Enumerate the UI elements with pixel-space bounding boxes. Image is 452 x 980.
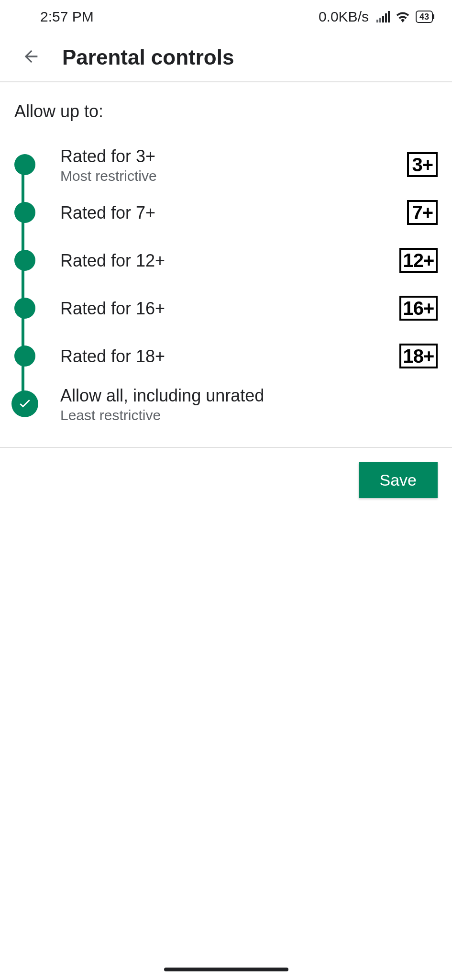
- rating-title: Rated for 3+: [60, 145, 390, 167]
- status-bar: 2:57 PM 0.0KB/s 43: [0, 0, 452, 33]
- rating-option-12plus[interactable]: Rated for 12+ 12+: [14, 236, 438, 284]
- home-indicator[interactable]: [164, 968, 288, 971]
- page-title: Parental controls: [62, 45, 234, 69]
- svg-rect-4: [388, 11, 390, 22]
- rating-badge-icon: 3+: [407, 152, 438, 177]
- section-heading: Allow up to:: [0, 82, 452, 136]
- rating-node-icon: [14, 154, 35, 175]
- rating-option-allow-all[interactable]: Allow all, including unrated Least restr…: [14, 380, 438, 428]
- rating-label-col: Rated for 18+: [60, 345, 399, 367]
- rating-subtitle: Most restrictive: [60, 168, 390, 184]
- rating-option-18plus[interactable]: Rated for 18+ 18+: [14, 332, 438, 380]
- rating-badge-icon: 16+: [399, 296, 438, 321]
- svg-rect-3: [385, 13, 387, 22]
- rating-badge-icon: 12+: [399, 248, 438, 273]
- svg-rect-2: [382, 16, 384, 22]
- svg-rect-0: [376, 20, 378, 22]
- rating-label-col: Rated for 12+: [60, 250, 399, 271]
- network-speed: 0.0KB/s: [319, 9, 369, 25]
- rating-node-icon: [14, 345, 35, 367]
- rating-title: Rated for 16+: [60, 298, 390, 319]
- back-button[interactable]: [14, 41, 48, 74]
- rating-option-16plus[interactable]: Rated for 16+ 16+: [14, 284, 438, 332]
- rating-subtitle: Least restrictive: [60, 407, 390, 423]
- rating-label-col: Rated for 7+: [60, 202, 399, 223]
- rating-node-icon: [14, 298, 35, 319]
- rating-title: Allow all, including unrated: [60, 385, 390, 406]
- rating-node-icon: [14, 250, 35, 271]
- rating-title: Rated for 7+: [60, 202, 390, 223]
- rating-node-selected-icon: [11, 390, 38, 417]
- rating-title: Rated for 18+: [60, 345, 390, 367]
- wifi-icon: [396, 11, 410, 22]
- check-icon: [17, 395, 33, 412]
- save-button[interactable]: Save: [359, 462, 438, 498]
- arrow-left-icon: [22, 47, 41, 68]
- action-row: Save: [0, 448, 452, 498]
- rating-badge-icon: 7+: [407, 200, 438, 225]
- rating-option-3plus[interactable]: Rated for 3+ Most restrictive 3+: [14, 141, 438, 189]
- rating-label-col: Allow all, including unrated Least restr…: [60, 385, 399, 423]
- rating-node-icon: [14, 202, 35, 223]
- app-bar: Parental controls: [0, 33, 452, 82]
- cellular-signal-icon: [376, 11, 390, 22]
- rating-title: Rated for 12+: [60, 250, 390, 271]
- rating-badge-icon: 18+: [399, 344, 438, 368]
- svg-rect-1: [379, 18, 381, 22]
- rating-list: Rated for 3+ Most restrictive 3+ Rated f…: [0, 136, 452, 447]
- rating-label-col: Rated for 16+: [60, 298, 399, 319]
- rating-option-7plus[interactable]: Rated for 7+ 7+: [14, 189, 438, 236]
- rating-label-col: Rated for 3+ Most restrictive: [60, 145, 399, 184]
- battery-icon: 43: [416, 11, 433, 23]
- status-time: 2:57 PM: [40, 9, 94, 25]
- status-right: 0.0KB/s 43: [319, 9, 433, 25]
